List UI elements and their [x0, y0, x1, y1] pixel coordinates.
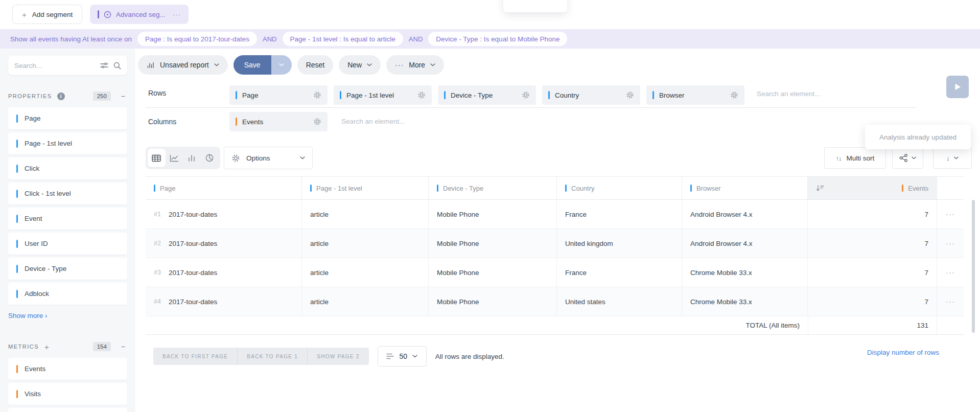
save-button[interactable]: Save — [234, 55, 271, 75]
row-actions-button[interactable]: ··· — [937, 229, 964, 258]
collapse-properties-icon[interactable]: − — [121, 92, 125, 100]
sidebar-search-input[interactable] — [14, 62, 95, 70]
columns-element-search-input[interactable] — [341, 118, 469, 125]
table-scrollbar[interactable] — [972, 200, 975, 333]
column-header-device-type[interactable]: Device - Type — [429, 177, 557, 199]
run-analysis-button[interactable] — [946, 76, 969, 98]
chip-label: Page — [242, 91, 259, 99]
table-row-1[interactable]: #12017-tour-dates article Mobile Phone F… — [146, 200, 964, 229]
column-header-country[interactable]: Country — [557, 177, 682, 199]
show-page-2-button[interactable]: SHOW PAGE 2 — [307, 348, 369, 365]
total-actions-spacer — [937, 316, 964, 334]
bar-chart-view-button[interactable] — [183, 149, 201, 167]
line-chart-view-button[interactable] — [166, 149, 183, 167]
show-more-link[interactable]: Show more › — [8, 312, 48, 319]
report-name-dropdown[interactable]: Unsaved report — [138, 55, 228, 75]
more-dropdown[interactable]: ··· More — [386, 55, 444, 75]
row-chip-device-type[interactable]: Device - Type — [438, 85, 536, 105]
row-rank: #4 — [154, 298, 161, 305]
pagination-buttons: BACK TO FIRST PAGE BACK TO PAGE 1 SHOW P… — [153, 348, 369, 365]
gear-icon[interactable] — [730, 91, 738, 99]
metric-item-events[interactable]: Events — [8, 358, 127, 380]
table-view-button[interactable] — [148, 149, 166, 167]
property-item-adblock[interactable]: Adblock — [8, 283, 127, 305]
row-actions-button[interactable]: ··· — [937, 287, 964, 316]
property-item-page[interactable]: Page — [8, 107, 127, 129]
filter-condition-device[interactable]: Device - Type : Is equal to Mobile Phone — [428, 32, 567, 46]
filter-condition-page[interactable]: Page : Is equal to 2017-tour-dates — [137, 32, 257, 46]
row-chip-browser[interactable]: Browser — [646, 85, 744, 105]
row-chip-page[interactable]: Page — [229, 85, 328, 105]
metrics-count-badge: 154 — [93, 342, 111, 351]
column-chip-events[interactable]: Events — [229, 112, 328, 131]
save-split-button[interactable]: Save — [234, 55, 292, 75]
chevron-down-icon — [367, 63, 372, 66]
info-icon[interactable]: i — [57, 93, 65, 100]
view-toolbar: Options ↑↓ Multi sort ↓ — [146, 147, 972, 169]
save-options-button[interactable] — [271, 55, 292, 75]
gear-icon[interactable] — [522, 91, 530, 99]
segment-more-icon[interactable]: ··· — [173, 11, 181, 18]
page-size-dropdown[interactable]: 50 — [378, 346, 427, 367]
column-header-page-1st-level[interactable]: Page - 1st level — [302, 177, 429, 199]
total-row: TOTAL (All items) 131 — [146, 316, 964, 334]
properties-header: PROPERTIES i 250 − — [8, 91, 127, 101]
column-header-page[interactable]: Page — [146, 177, 302, 199]
gear-icon[interactable] — [626, 91, 634, 99]
filter-condition-page-level[interactable]: Page - 1st level : Is equal to article — [283, 32, 403, 46]
cell-device: Mobile Phone — [429, 200, 557, 228]
column-header-browser[interactable]: Browser — [682, 177, 808, 199]
more-label: More — [409, 61, 425, 69]
cell-country: United states — [557, 287, 682, 316]
add-segment-button[interactable]: + Add segment — [12, 5, 82, 24]
segment-color-bar — [98, 10, 99, 18]
multi-sort-button[interactable]: ↑↓ Multi sort — [824, 147, 886, 169]
metric-item-partial[interactable] — [8, 408, 127, 412]
cell-events: 7 — [808, 200, 937, 228]
new-dropdown[interactable]: New — [339, 55, 381, 75]
advanced-segment-chip[interactable]: Advanced seg... ··· — [90, 5, 189, 24]
row-actions-button[interactable]: ··· — [937, 258, 964, 287]
gear-icon[interactable] — [313, 91, 321, 99]
dimension-color-bar — [310, 185, 312, 192]
play-icon — [954, 83, 962, 91]
column-header-events[interactable]: Events — [808, 177, 937, 199]
share-dropdown[interactable] — [892, 147, 923, 169]
dimension-color-bar — [565, 185, 567, 192]
property-item-event[interactable]: Event — [8, 208, 127, 230]
property-item-click-1st-level[interactable]: Click - 1st level — [8, 182, 127, 204]
pie-chart-view-button[interactable] — [201, 149, 219, 167]
back-to-first-page-button[interactable]: BACK TO FIRST PAGE — [153, 348, 237, 365]
table-row-2[interactable]: #22017-tour-dates article Mobile Phone U… — [146, 229, 964, 258]
sort-descending-icon[interactable] — [816, 185, 824, 192]
row-chip-country[interactable]: Country — [542, 85, 640, 105]
property-item-page-1st-level[interactable]: Page - 1st level — [8, 132, 127, 154]
columns-chips: Events — [229, 112, 328, 131]
gear-icon[interactable] — [417, 91, 426, 99]
metric-item-visits[interactable]: Visits — [8, 383, 127, 405]
row-actions-button[interactable]: ··· — [937, 200, 964, 228]
search-icon[interactable] — [113, 62, 121, 70]
back-to-page-1-button[interactable]: BACK TO PAGE 1 — [237, 348, 307, 365]
property-item-user-id[interactable]: User ID — [8, 233, 127, 255]
reset-button[interactable]: Reset — [297, 55, 334, 75]
property-item-device-type[interactable]: Device - Type — [8, 258, 127, 280]
gear-icon[interactable] — [313, 118, 321, 126]
row-chip-page-1st-level[interactable]: Page - 1st level — [334, 85, 432, 105]
pie-chart-icon — [205, 154, 214, 162]
table-icon — [152, 154, 161, 162]
table-row-4[interactable]: #42017-tour-dates article Mobile Phone U… — [146, 287, 964, 316]
chip-color-bar — [652, 91, 654, 99]
table-row-3[interactable]: #32017-tour-dates article Mobile Phone F… — [146, 258, 964, 287]
options-dropdown[interactable]: Options — [224, 147, 313, 169]
collapse-metrics-icon[interactable]: − — [121, 342, 125, 351]
download-dropdown[interactable]: ↓ — [933, 147, 972, 169]
cell-events: 7 — [808, 229, 937, 258]
property-color-bar — [16, 165, 18, 173]
filter-sliders-icon[interactable] — [100, 62, 108, 69]
add-metric-icon[interactable]: + — [44, 342, 49, 351]
display-number-of-rows-link[interactable]: Display number of rows — [867, 349, 939, 356]
rows-element-search-input[interactable] — [757, 90, 884, 98]
property-item-click[interactable]: Click — [8, 157, 127, 179]
sidebar-search[interactable] — [8, 56, 127, 75]
